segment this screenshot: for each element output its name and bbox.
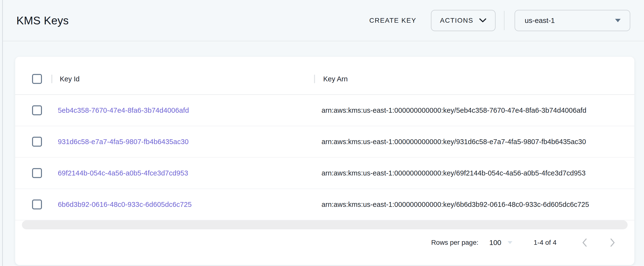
actions-button-label: ACTIONS — [440, 17, 473, 24]
table-row: 5eb4c358-7670-47e4-8fa6-3b74d4006afd arn… — [15, 95, 634, 126]
table-row: 69f2144b-054c-4a56-a0b5-4fce3d7cd953 arn… — [15, 158, 634, 189]
table-header-row: Key Id Key Arn — [15, 63, 634, 95]
chevron-right-icon — [610, 238, 616, 247]
key-id-link[interactable]: 69f2144b-054c-4a56-a0b5-4fce3d7cd953 — [58, 169, 188, 177]
key-id-link[interactable]: 6b6d3b92-0616-48c0-933c-6d605dc6c725 — [58, 201, 192, 209]
row-checkbox[interactable] — [32, 105, 42, 115]
column-separator — [314, 75, 315, 83]
header-vertical-divider — [504, 11, 504, 30]
actions-menu-button[interactable]: ACTIONS — [431, 10, 496, 31]
row-checkbox[interactable] — [32, 137, 42, 147]
left-edge-divider — [2, 0, 3, 266]
dropdown-caret-icon — [615, 19, 620, 22]
page-header: KMS Keys CREATE KEY ACTIONS us-east-1 — [3, 0, 644, 41]
dropdown-caret-icon — [508, 241, 512, 244]
row-checkbox[interactable] — [32, 200, 42, 209]
horizontal-scrollbar[interactable] — [22, 220, 628, 229]
key-arn-text: arn:aws:kms:us-east-1:000000000000:key/6… — [322, 201, 589, 209]
key-arn-text: arn:aws:kms:us-east-1:000000000000:key/9… — [322, 138, 586, 146]
region-select[interactable]: us-east-1 — [514, 10, 630, 31]
key-id-link[interactable]: 5eb4c358-7670-47e4-8fa6-3b74d4006afd — [58, 106, 189, 114]
table-row: 6b6d3b92-0616-48c0-933c-6d605dc6c725 arn… — [15, 189, 634, 220]
key-arn-text: arn:aws:kms:us-east-1:000000000000:key/6… — [322, 169, 586, 177]
next-page-button[interactable] — [608, 237, 618, 248]
key-arn-text: arn:aws:kms:us-east-1:000000000000:key/5… — [322, 106, 586, 114]
column-separator — [51, 75, 52, 83]
previous-page-button[interactable] — [580, 237, 589, 248]
create-key-button[interactable]: CREATE KEY — [369, 17, 416, 24]
keys-table-card: Key Id Key Arn 5eb4c358-7670-47e4-8fa6-3… — [15, 57, 634, 265]
row-checkbox[interactable] — [32, 168, 42, 178]
chevron-left-icon — [582, 238, 587, 247]
page-title: KMS Keys — [16, 14, 69, 27]
key-id-link[interactable]: 931d6c58-e7a7-4fa5-9807-fb4b6435ac30 — [58, 138, 189, 146]
rows-per-page-select[interactable]: 100 — [489, 238, 512, 247]
column-header-key-id[interactable]: Key Id — [60, 75, 80, 83]
pagination-range: 1-4 of 4 — [534, 239, 556, 246]
chevron-down-icon — [479, 18, 486, 23]
kms-keys-page: KMS Keys CREATE KEY ACTIONS us-east-1 — [0, 0, 644, 266]
column-header-key-arn[interactable]: Key Arn — [323, 75, 348, 83]
rows-per-page-label: Rows per page: — [431, 239, 478, 246]
table-row: 931d6c58-e7a7-4fa5-9807-fb4b6435ac30 arn… — [15, 126, 634, 158]
select-all-checkbox[interactable] — [32, 74, 42, 84]
table-pagination: Rows per page: 100 1-4 of 4 — [15, 229, 634, 256]
header-actions: CREATE KEY ACTIONS us-east-1 — [369, 10, 630, 31]
rows-per-page-value: 100 — [489, 238, 501, 247]
region-select-value: us-east-1 — [525, 17, 555, 25]
